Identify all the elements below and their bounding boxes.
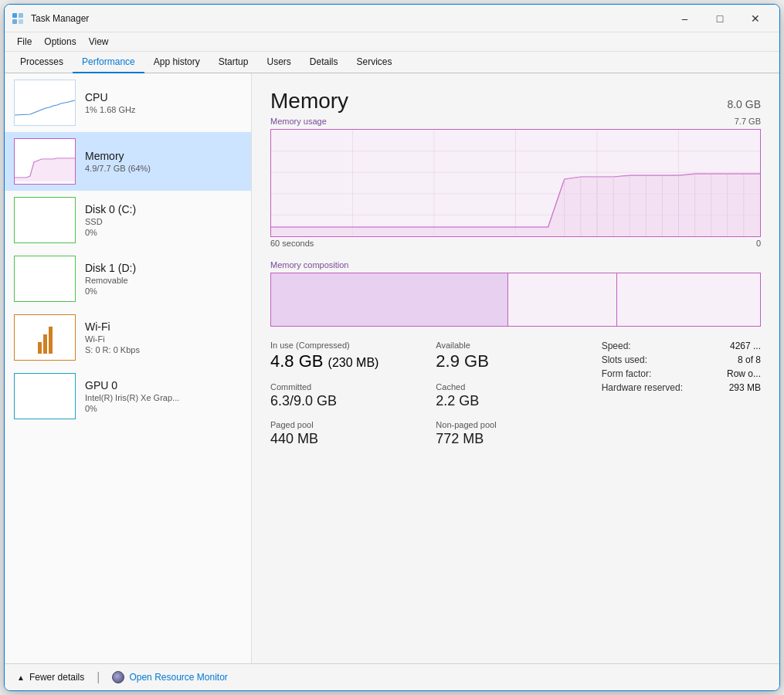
- cpu-info: CPU 1% 1.68 GHz: [85, 91, 242, 114]
- tab-users[interactable]: Users: [257, 52, 300, 73]
- sidebar-item-memory[interactable]: Memory 4.9/7.7 GB (64%): [5, 132, 251, 191]
- task-manager-window: Task Manager ‒ □ ✕ File Options View Pro…: [4, 4, 780, 691]
- time-right: 0: [756, 239, 761, 248]
- paged-block: Paged pool 440 MB: [270, 420, 429, 447]
- stats-col1: In use (Compressed) 4.8 GB (230 MB) Comm…: [270, 341, 429, 447]
- cached-block: Cached 2.2 GB: [436, 382, 595, 409]
- composition-label: Memory composition: [270, 260, 761, 270]
- in-use-block: In use (Compressed) 4.8 GB (230 MB): [270, 341, 429, 371]
- hw-row: Hardware reserved: 293 MB: [602, 382, 761, 393]
- available-block: Available 2.9 GB: [436, 341, 595, 371]
- memory-sub: 4.9/7.7 GB (64%): [85, 164, 242, 173]
- committed-value: 6.3/9.0 GB: [270, 393, 429, 409]
- available-label: Available: [436, 341, 595, 350]
- form-label: Form factor:: [602, 368, 652, 379]
- menu-view[interactable]: View: [83, 34, 115, 49]
- tab-app-history[interactable]: App history: [144, 52, 209, 73]
- tab-performance[interactable]: Performance: [73, 52, 144, 73]
- sidebar-item-disk0[interactable]: Disk 0 (C:) SSD 0%: [5, 191, 251, 249]
- memory-info: Memory 4.9/7.7 GB (64%): [85, 150, 242, 173]
- menu-bar: File Options View: [5, 32, 779, 52]
- window-controls: ‒ □ ✕: [667, 7, 773, 30]
- usage-label: Memory usage: [270, 117, 327, 126]
- paged-label: Paged pool: [270, 420, 429, 429]
- available-value: 2.9 GB: [436, 351, 595, 371]
- tab-details[interactable]: Details: [300, 52, 348, 73]
- gpu-name: GPU 0: [85, 379, 242, 392]
- memory-usage-chart: [270, 129, 761, 237]
- maximize-button[interactable]: □: [702, 7, 738, 30]
- svg-rect-8: [15, 256, 75, 301]
- svg-rect-1: [19, 13, 23, 18]
- svg-rect-0: [12, 13, 17, 18]
- wifi-sub1: Wi-Fi: [85, 334, 242, 344]
- memory-thumbnail: [14, 138, 76, 185]
- in-use-label: In use (Compressed): [270, 341, 429, 350]
- cpu-thumbnail: [14, 80, 76, 126]
- sidebar-item-disk1[interactable]: Disk 1 (D:) Removable 0%: [5, 249, 251, 308]
- tab-services[interactable]: Services: [348, 52, 402, 73]
- disk1-sub2: 0%: [85, 286, 242, 296]
- chevron-up-icon: ▲: [17, 673, 25, 682]
- in-use-value: 4.8 GB (230 MB): [270, 351, 429, 371]
- menu-file[interactable]: File: [11, 34, 38, 49]
- svg-rect-12: [49, 327, 53, 354]
- committed-label: Committed: [270, 382, 429, 392]
- disk1-sub1: Removable: [85, 276, 242, 285]
- close-button[interactable]: ✕: [738, 7, 773, 30]
- slots-label: Slots used:: [602, 354, 647, 365]
- separator: |: [97, 670, 100, 684]
- menu-options[interactable]: Options: [38, 34, 82, 49]
- usage-value: 7.7 GB: [735, 117, 761, 126]
- composition-bar: [270, 273, 761, 327]
- svg-rect-7: [15, 198, 75, 242]
- gpu-thumbnail: [14, 373, 76, 419]
- tab-processes[interactable]: Processes: [11, 52, 73, 73]
- sidebar-item-cpu[interactable]: CPU 1% 1.68 GHz: [5, 73, 251, 132]
- title-bar: Task Manager ‒ □ ✕: [5, 5, 779, 32]
- minimize-button[interactable]: ‒: [667, 7, 702, 30]
- comp-available: [617, 273, 760, 326]
- app-icon: [11, 12, 25, 25]
- sidebar-item-wifi[interactable]: Wi-Fi Wi-Fi S: 0 R: 0 Kbps: [5, 308, 251, 367]
- disk0-info: Disk 0 (C:) SSD 0%: [85, 203, 242, 237]
- disk0-sub2: 0%: [85, 228, 242, 237]
- bottom-bar: ▲ Fewer details | Open Resource Monitor: [5, 663, 779, 690]
- disk1-thumbnail: [14, 256, 76, 302]
- sidebar-item-gpu[interactable]: GPU 0 Intel(R) Iris(R) Xe Grap... 0%: [5, 367, 251, 425]
- comp-cached: [508, 273, 617, 326]
- nonpaged-label: Non-paged pool: [436, 420, 595, 429]
- memory-name: Memory: [85, 150, 242, 162]
- main-panel: Memory 8.0 GB Memory usage 7.7 GB: [252, 73, 779, 663]
- gpu-sub2: 0%: [85, 404, 242, 413]
- tab-startup[interactable]: Startup: [209, 52, 258, 73]
- comp-in-use: [271, 273, 508, 326]
- stats-area: In use (Compressed) 4.8 GB (230 MB) Comm…: [270, 341, 761, 447]
- speed-row: Speed: 4267 ...: [602, 341, 761, 351]
- disk1-name: Disk 1 (D:): [85, 262, 242, 274]
- composition-section: Memory composition: [270, 260, 761, 327]
- memory-header: Memory 8.0 GB: [270, 89, 761, 114]
- speed-value: 4267 ...: [730, 341, 761, 351]
- cpu-name: CPU: [85, 91, 242, 103]
- svg-rect-13: [15, 374, 75, 419]
- stats-col2: Available 2.9 GB Cached 2.2 GB Non-paged…: [436, 341, 595, 447]
- content-area: CPU 1% 1.68 GHz Memory 4.9/7.7 GB (64: [5, 73, 779, 663]
- disk0-sub1: SSD: [85, 217, 242, 226]
- stats-col3: Speed: 4267 ... Slots used: 8 of 8 Form …: [602, 341, 761, 447]
- fewer-details-button[interactable]: ▲ Fewer details: [17, 672, 84, 683]
- form-value: Row o...: [727, 368, 761, 379]
- cached-label: Cached: [436, 382, 595, 392]
- paged-value: 440 MB: [270, 431, 429, 447]
- chart-time-row: 60 seconds 0: [270, 239, 761, 248]
- speed-label: Speed:: [602, 341, 631, 351]
- committed-block: Committed 6.3/9.0 GB: [270, 382, 429, 409]
- svg-rect-10: [38, 342, 42, 354]
- resource-monitor-icon: [112, 671, 124, 683]
- open-resource-monitor-button[interactable]: Open Resource Monitor: [112, 671, 227, 683]
- wifi-name: Wi-Fi: [85, 320, 242, 333]
- nonpaged-value: 772 MB: [436, 431, 595, 447]
- hw-label: Hardware reserved:: [602, 382, 683, 393]
- cached-value: 2.2 GB: [436, 393, 595, 409]
- svg-rect-2: [12, 19, 17, 24]
